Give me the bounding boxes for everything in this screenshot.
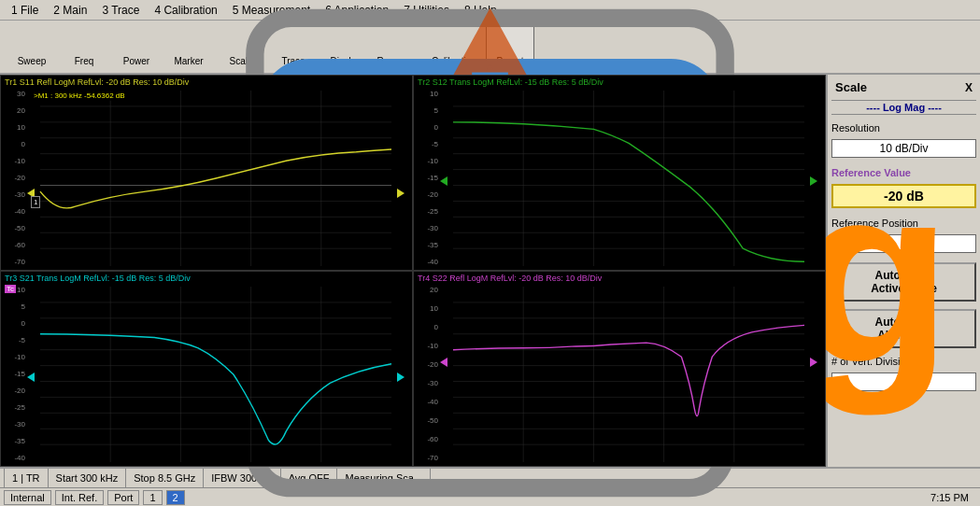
chart-tr2-header: Tr2 S12 Trans LogM RefLvl: -15 dB Res: 5…: [414, 76, 825, 89]
chart-tr3-left-marker: [27, 372, 35, 382]
chart-tr4-left-marker: [440, 358, 447, 367]
chart-tr1-svg: [27, 91, 405, 266]
chart-tr3-tr4-indicator: Tc: [5, 285, 16, 293]
chart-tr4-yaxis: 20 10 0 -10 -20 -30 -40 -50 -60 -70: [414, 287, 440, 462]
chart-tr3-canvas: [27, 287, 405, 462]
chart-tr2-svg: [440, 91, 817, 266]
preset-icon: [497, 28, 523, 54]
chart-tr1: Tr1 S11 Refl LogM RefLvl: -20 dB Res: 10…: [0, 75, 413, 271]
chart-tr3-header: Tr3 S21 Trans LogM RefLvl: -15 dB Res: 5…: [1, 272, 412, 285]
chart-tr2-canvas: [440, 91, 817, 266]
chart-tr1-yaxis: 30 20 10 0 -10 -20 -30 -40 -50 -60 -70: [1, 91, 27, 266]
chart-tr2: Tr2 S12 Trans LogM RefLvl: -15 dB Res: 5…: [413, 75, 826, 271]
chart-tr1-header: Tr1 S11 Refl LogM RefLvl: -20 dB Res: 10…: [1, 76, 412, 89]
chart-tr1-marker-info: >M1 : 300 kHz -54.6362 dB: [31, 91, 128, 101]
chart-tr2-left-marker: [440, 176, 447, 186]
chart-tr3: Tr3 S21 Trans LogM RefLvl: -15 dB Res: 5…: [0, 271, 413, 467]
chart-tr2-right-marker: [810, 176, 817, 186]
chart-tr4-right-marker: [810, 358, 817, 367]
chart-tr3-right-marker: [397, 372, 405, 382]
chart-tr4-svg: [440, 287, 817, 462]
chart-tr3-svg: [27, 287, 405, 462]
chart-tr1-right-marker: [397, 189, 405, 198]
chart-tr4: Tr4 S22 Refl LogM RefLvl: -20 dB Res: 10…: [413, 271, 826, 467]
toolbar: Sweep f Freq Power Marker: [0, 21, 980, 75]
chart-tr3-yaxis: 10 5 0 -5 -10 -15 -20 -25 -30 -35 -40: [1, 287, 27, 462]
chart-area: Tr1 S11 Refl LogM RefLvl: -20 dB Res: 10…: [0, 75, 826, 467]
chart-tr1-marker1: 1: [31, 196, 40, 208]
chart-tr2-yaxis: 10 5 0 -5 -10 -15 -20 -25 -30 -35 -40: [414, 91, 440, 266]
chart-tr4-header: Tr4 S22 Refl LogM RefLvl: -20 dB Res: 10…: [414, 272, 825, 285]
toolbar-preset-button[interactable]: Preset: [486, 23, 534, 70]
chart-tr1-canvas: [27, 91, 405, 266]
chart-tr4-canvas: [440, 287, 817, 462]
